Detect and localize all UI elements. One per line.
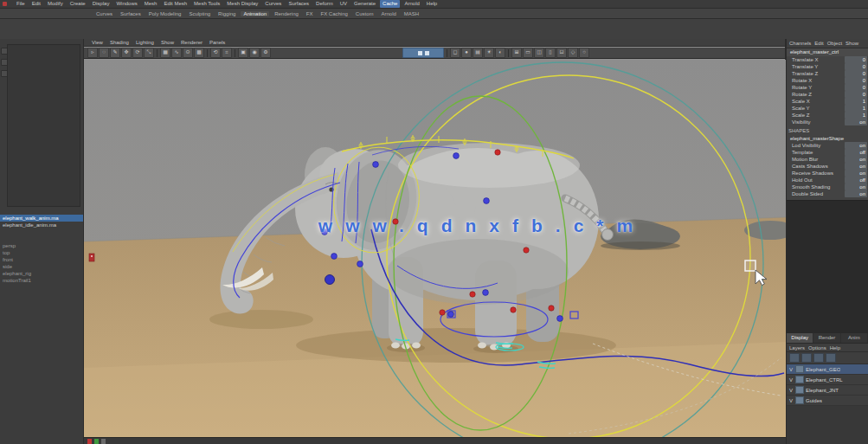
lasso-select-icon[interactable]: ◌ <box>99 48 109 58</box>
viewport-menu-lighting[interactable]: Lighting <box>133 40 157 45</box>
channel-value-field[interactable]: on <box>845 142 867 149</box>
channel-value-field[interactable]: 0 <box>845 56 867 63</box>
viewport-menu-renderer[interactable]: Renderer <box>178 40 205 45</box>
menu-help[interactable]: Help <box>424 0 440 8</box>
shelf-tab-curves[interactable]: Curves <box>93 11 115 16</box>
list-item[interactable]: top <box>0 249 83 256</box>
shelf-tab-arnold[interactable]: Arnold <box>379 11 399 16</box>
channel-value-field[interactable]: 0 <box>845 91 867 98</box>
channel-value-field[interactable]: on <box>845 170 867 177</box>
viewport-menu-show[interactable]: Show <box>158 40 177 45</box>
layer-row[interactable]: VElephant_GEO <box>787 364 868 375</box>
list-item[interactable]: elephant_idle_anim.ma <box>0 222 83 228</box>
menu-curves[interactable]: Curves <box>262 0 284 8</box>
list-item[interactable]: persp <box>0 242 83 249</box>
menu-display[interactable]: Display <box>90 0 113 8</box>
shelf-tab-mash[interactable]: MASH <box>402 11 421 16</box>
joints-xray-icon[interactable]: ○ <box>579 48 589 58</box>
menu-windows[interactable]: Windows <box>113 0 139 8</box>
channel-value-field[interactable]: 1 <box>845 105 867 112</box>
channel-value-field[interactable]: 1 <box>845 98 867 105</box>
list-item[interactable]: elephant_walk_anim.ma <box>0 215 83 222</box>
rotate-tool-icon[interactable]: ⟳ <box>132 48 143 58</box>
channel-value-field[interactable]: on <box>845 119 867 125</box>
layer-color-swatch[interactable] <box>795 365 804 373</box>
snap-grid-icon[interactable]: ▦ <box>160 48 170 58</box>
safe-action-icon[interactable]: ⊡ <box>556 48 567 58</box>
ipr-render-icon[interactable]: ◉ <box>249 48 260 58</box>
paint-select-icon[interactable]: ✎ <box>110 48 120 58</box>
render-settings-icon[interactable]: ⚙ <box>260 48 271 58</box>
film-gate-icon[interactable]: ▭ <box>523 48 533 58</box>
list-item[interactable]: elephant_rig <box>0 270 83 277</box>
isolate-select-toggle[interactable] <box>402 48 444 58</box>
smooth-shade-icon[interactable]: ● <box>461 48 472 58</box>
channel-value-field[interactable]: on <box>845 156 867 163</box>
layer-visibility-toggle[interactable]: V <box>787 398 795 403</box>
menu-file[interactable]: File <box>14 0 28 8</box>
shelf-tab-rigging[interactable]: Rigging <box>215 11 238 16</box>
channel-value-field[interactable]: 1 <box>845 112 867 119</box>
layer-color-swatch[interactable] <box>795 386 804 394</box>
viewport-menu-view[interactable]: View <box>89 40 106 45</box>
xray-icon[interactable]: ◇ <box>568 48 578 58</box>
viewport-canvas[interactable]: www.qdnxfb.c*m <box>84 60 786 437</box>
menu-mesh[interactable]: Mesh <box>142 0 160 8</box>
layer-tab-display[interactable]: Display <box>787 333 813 343</box>
channel-value-field[interactable]: on <box>845 190 867 197</box>
layer-menu-layers[interactable]: Layers <box>789 345 805 351</box>
shelf-tab-rendering[interactable]: Rendering <box>272 11 301 16</box>
channel-value-field[interactable]: on <box>845 183 867 190</box>
layer-row[interactable]: VElephant_CTRL <box>787 375 868 385</box>
shelf-tab-fx[interactable]: FX <box>304 11 316 16</box>
menu-deform[interactable]: Deform <box>313 0 336 8</box>
channel-value-field[interactable]: 0 <box>845 70 867 77</box>
list-item[interactable]: front <box>0 256 83 263</box>
shelf-tab-sculpting[interactable]: Sculpting <box>186 11 213 16</box>
menu-arnold[interactable]: Arnold <box>402 0 421 8</box>
list-item[interactable]: motionTrail1 <box>0 277 83 284</box>
scene-3d[interactable] <box>84 60 786 437</box>
channel-value-field[interactable]: 0 <box>845 84 867 91</box>
menu-create[interactable]: Create <box>68 0 88 8</box>
layer-menu-help[interactable]: Help <box>830 345 840 351</box>
wireframe-icon[interactable]: ◻ <box>450 48 460 58</box>
scale-tool-icon[interactable]: ⤡ <box>144 48 154 58</box>
select-tool-icon[interactable]: ▹ <box>87 48 98 58</box>
channel-box-menu-show[interactable]: Show <box>845 41 859 46</box>
menu-cache[interactable]: Cache <box>380 0 400 8</box>
layer-visibility-toggle[interactable]: V <box>787 367 795 372</box>
menu-mesh-tools[interactable]: Mesh Tools <box>191 0 222 8</box>
render-icon[interactable]: ▣ <box>238 48 248 58</box>
menu-mesh-display[interactable]: Mesh Display <box>224 0 260 8</box>
menu-edit[interactable]: Edit <box>29 0 43 8</box>
shelf-tab-poly-modeling[interactable]: Poly Modeling <box>146 11 184 16</box>
channel-value-field[interactable]: off <box>845 177 867 183</box>
menu-uv[interactable]: UV <box>338 0 350 8</box>
res-gate-icon[interactable]: ◫ <box>534 48 544 58</box>
snap-plane-icon[interactable]: ▩ <box>194 48 204 58</box>
shelf-tab-surfaces[interactable]: Surfaces <box>118 11 144 16</box>
channel-box-menu-edit[interactable]: Edit <box>813 41 824 46</box>
menu-surfaces[interactable]: Surfaces <box>286 0 312 8</box>
timeline-strip[interactable] <box>84 437 786 444</box>
layer-menu-options[interactable]: Options <box>808 345 826 351</box>
layer-visibility-toggle[interactable]: V <box>787 388 795 393</box>
channel-value-field[interactable]: off <box>845 149 867 156</box>
lighting-icon[interactable]: ☀ <box>484 48 494 58</box>
textured-icon[interactable]: ▤ <box>473 48 483 58</box>
shadows-icon[interactable]: ◐ <box>495 48 505 58</box>
menu-modify[interactable]: Modify <box>45 0 66 8</box>
channel-value-field[interactable]: 0 <box>845 77 867 84</box>
layer-visibility-toggle[interactable]: V <box>787 377 795 383</box>
snap-point-icon[interactable]: ⊙ <box>183 48 193 58</box>
layer-row[interactable]: VGuides <box>787 396 868 406</box>
list-item[interactable]: side <box>0 263 83 270</box>
gate-mask-icon[interactable]: ▯ <box>545 48 556 58</box>
channel-value-field[interactable]: 0 <box>845 63 867 70</box>
channel-box-menu-channels[interactable]: Channels <box>788 41 812 46</box>
menu-generate[interactable]: Generate <box>351 0 378 8</box>
channel-value-field[interactable]: on <box>845 163 867 170</box>
move-layer-down-button[interactable] <box>826 353 836 363</box>
snap-curve-icon[interactable]: ∿ <box>171 48 182 58</box>
